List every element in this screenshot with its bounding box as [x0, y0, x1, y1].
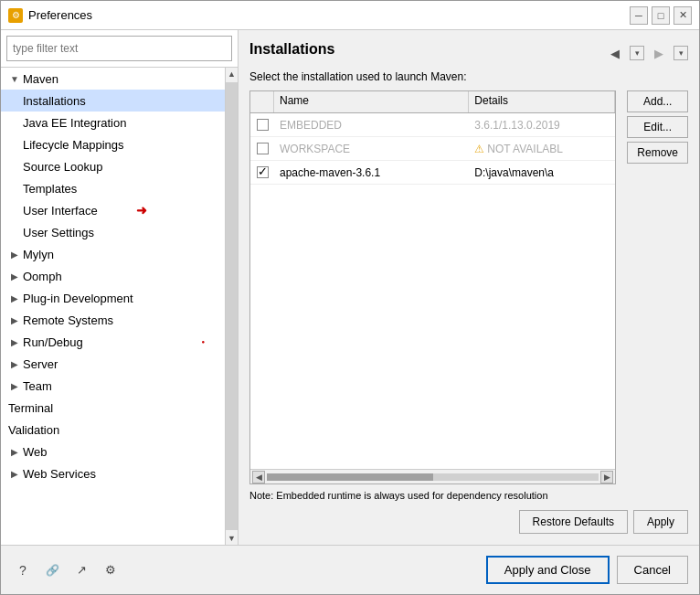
tree-item-java-ee[interactable]: Java EE Integration: [1, 112, 225, 133]
scroll-thumb-h: [267, 473, 433, 481]
tree-scroll-wrapper: ▼ Maven Installations Java EE Integratio…: [1, 68, 238, 545]
tree-item-server[interactable]: ▶ Server: [1, 353, 225, 375]
tree-item-user-settings[interactable]: User Settings: [1, 221, 225, 243]
expand-icon-oomph: ▶: [8, 270, 21, 282]
expand-icon-web-services: ▶: [8, 467, 21, 480]
title-controls: ─ □ ✕: [630, 6, 692, 25]
title-bar: ⚙ Preferences ─ □ ✕: [1, 1, 699, 30]
nav-dropdown-icon[interactable]: ▾: [630, 46, 644, 60]
bottom-buttons: Restore Defaults Apply: [249, 506, 688, 534]
tree-label-source-lookup: Source Lookup: [23, 160, 102, 174]
close-button[interactable]: ✕: [673, 6, 692, 25]
tree-item-team[interactable]: ▶ Team: [1, 375, 225, 397]
tree-label-web: Web: [23, 445, 48, 459]
redirect-arrow-icon: ➜: [136, 203, 147, 218]
maximize-button[interactable]: □: [652, 6, 670, 25]
tree-label-user-interface: User Interface: [23, 204, 98, 218]
tree-scrollbar[interactable]: ▲ ▼: [225, 68, 238, 545]
tree-item-installations[interactable]: Installations: [1, 90, 225, 112]
table-row[interactable]: apache-maven-3.6.1 D:\java\maven\a: [250, 161, 615, 185]
table-row[interactable]: WORKSPACE ⚠NOT AVAILABL: [250, 137, 615, 161]
row-name-embedded: EMBEDDED: [274, 117, 469, 133]
checkbox-workspace[interactable]: [257, 143, 269, 154]
col-header-details: Details: [469, 91, 615, 112]
tree-item-user-interface[interactable]: User Interface ➜: [1, 199, 225, 221]
expand-icon-maven: ▼: [8, 72, 21, 85]
footer: ? 🔗 ↗ ⚙ Apply and Close Cancel: [1, 545, 699, 594]
expand-icon-team: ▶: [8, 379, 21, 392]
checkbox-apache[interactable]: [257, 166, 269, 178]
tree-label-user-settings: User Settings: [23, 226, 94, 239]
scroll-up-arrow[interactable]: ▲: [226, 68, 239, 80]
row-checkbox-workspace[interactable]: [250, 141, 274, 156]
tree-label-java-ee: Java EE Integration: [23, 116, 126, 130]
scroll-down-arrow[interactable]: ▼: [226, 532, 239, 545]
tree-label-team: Team: [23, 379, 52, 393]
horizontal-scrollbar[interactable]: ◀ ▶: [250, 469, 615, 483]
tree-label-web-services: Web Services: [23, 467, 96, 481]
link-icon[interactable]: 🔗: [41, 559, 63, 581]
tree-label-installations: Installations: [23, 94, 86, 108]
expand-icon-web: ▶: [8, 445, 21, 458]
export-icon[interactable]: ↗: [70, 559, 92, 581]
tree-item-web[interactable]: ▶ Web: [1, 441, 225, 462]
tree-item-web-services[interactable]: ▶ Web Services: [1, 462, 225, 484]
checkbox-embedded[interactable]: [257, 119, 269, 131]
tree-item-lifecycle[interactable]: Lifecycle Mappings: [1, 133, 225, 155]
filter-box: [1, 30, 238, 68]
row-name-apache: apache-maven-3.6.1: [274, 165, 469, 181]
tree-label-oomph: Oomph: [23, 270, 62, 283]
tree-item-validation[interactable]: Validation: [1, 419, 225, 441]
tree-item-oomph[interactable]: ▶ Oomph: [1, 265, 225, 287]
filter-input[interactable]: [6, 36, 232, 61]
scroll-track[interactable]: [267, 473, 599, 481]
scroll-right-arrow[interactable]: ▶: [600, 471, 613, 483]
tree-item-maven[interactable]: ▼ Maven: [1, 68, 225, 90]
row-checkbox-apache[interactable]: [250, 165, 274, 180]
app-icon: ⚙: [8, 8, 23, 23]
scroll-left-arrow[interactable]: ◀: [252, 471, 265, 483]
table-body: EMBEDDED 3.6.1/1.13.0.2019 WORKSPACE ⚠NO…: [250, 113, 615, 469]
tree-item-templates[interactable]: Templates: [1, 177, 225, 199]
help-icon[interactable]: ?: [12, 559, 34, 581]
footer-icons: ? 🔗 ↗ ⚙: [12, 559, 122, 581]
apply-and-close-button[interactable]: Apply and Close: [486, 556, 610, 584]
tree-item-terminal[interactable]: Terminal: [1, 397, 225, 419]
row-details-embedded: 3.6.1/1.13.0.2019: [469, 117, 615, 133]
back-nav-icon[interactable]: ◀: [604, 42, 626, 64]
row-name-workspace: WORKSPACE: [274, 141, 469, 157]
preferences-icon[interactable]: ⚙: [100, 559, 122, 581]
scroll-thumb[interactable]: [226, 82, 238, 530]
forward-nav-icon[interactable]: ▶: [648, 42, 670, 64]
tree-list: ▼ Maven Installations Java EE Integratio…: [1, 68, 225, 545]
expand-icon-server: ▶: [8, 357, 21, 370]
right-panel: Installations ◀ ▾ ▶ ▾ Select the install…: [239, 30, 699, 545]
edit-button[interactable]: Edit...: [627, 116, 688, 138]
expand-icon-remote-systems: ▶: [8, 313, 21, 326]
tree-item-source-lookup[interactable]: Source Lookup: [1, 155, 225, 177]
expand-icon-run-debug: ▶: [8, 335, 21, 348]
tree-label-validation: Validation: [8, 423, 59, 437]
col-header-name: Name: [274, 91, 469, 112]
window-title: Preferences: [28, 8, 92, 22]
tree-item-plugin-dev[interactable]: ▶ Plug-in Development: [1, 287, 225, 309]
nav-forward-dropdown-icon[interactable]: ▾: [673, 46, 688, 60]
expand-icon-mylyn: ▶: [8, 248, 21, 260]
apply-button[interactable]: Apply: [633, 510, 688, 534]
minimize-button[interactable]: ─: [630, 6, 648, 25]
dot-indicator: ●: [201, 339, 205, 345]
table-row[interactable]: EMBEDDED 3.6.1/1.13.0.2019: [250, 113, 615, 137]
tree-item-run-debug[interactable]: ▶ Run/Debug ●: [1, 331, 225, 353]
row-checkbox-embedded[interactable]: [250, 117, 274, 133]
installations-table: Name Details EMBEDDED 3.6.1/1.13.0.2019: [249, 90, 616, 484]
remove-button[interactable]: Remove: [627, 142, 688, 164]
restore-defaults-button[interactable]: Restore Defaults: [519, 510, 628, 534]
add-button[interactable]: Add...: [627, 90, 688, 112]
tree-item-mylyn[interactable]: ▶ Mylyn: [1, 243, 225, 265]
cancel-button[interactable]: Cancel: [617, 556, 688, 584]
preferences-window: ⚙ Preferences ─ □ ✕ ▼ Maven: [0, 0, 700, 595]
tree-label-templates: Templates: [23, 182, 77, 196]
tree-item-remote-systems[interactable]: ▶ Remote Systems: [1, 309, 225, 331]
col-header-check: [250, 91, 274, 112]
tree-label-maven: Maven: [23, 72, 58, 86]
